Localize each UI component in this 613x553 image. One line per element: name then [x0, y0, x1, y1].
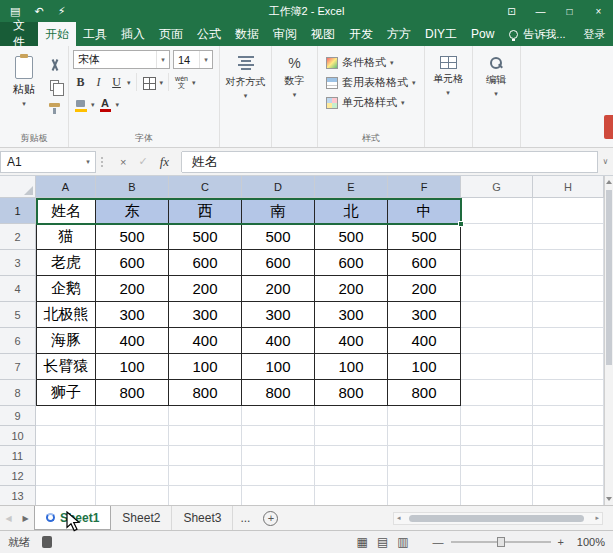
cell-B9[interactable]: [96, 406, 169, 426]
cell-C7[interactable]: 100: [169, 354, 242, 380]
column-header-C[interactable]: C: [169, 176, 242, 198]
row-header-3[interactable]: 3: [0, 250, 36, 276]
cell-C4[interactable]: 200: [169, 276, 242, 302]
view-page-layout-icon[interactable]: ▤: [377, 535, 388, 549]
cell-E11[interactable]: [315, 446, 388, 466]
cell-H13[interactable]: [533, 486, 604, 505]
phonetic-guide-button[interactable]: wén 文: [174, 74, 189, 91]
cell-A12[interactable]: [36, 466, 96, 486]
cell-C13[interactable]: [169, 486, 242, 505]
row-header-5[interactable]: 5: [0, 302, 36, 328]
underline-button[interactable]: U: [109, 74, 124, 91]
row-header-11[interactable]: 11: [0, 446, 36, 466]
cell-D10[interactable]: [242, 426, 315, 446]
cell-E1[interactable]: 北: [315, 198, 388, 224]
cell-G3[interactable]: [461, 250, 533, 276]
column-header-B[interactable]: B: [96, 176, 169, 198]
cell-A11[interactable]: [36, 446, 96, 466]
zoom-in-button[interactable]: +: [558, 536, 564, 548]
cell-B12[interactable]: [96, 466, 169, 486]
ribbon-tab-视图[interactable]: 视图: [304, 22, 342, 46]
ribbon-tab-开发[interactable]: 开发: [342, 22, 380, 46]
font-name-combo[interactable]: 宋体 ▾: [73, 50, 170, 69]
sign-in-button[interactable]: 登录: [574, 22, 613, 46]
cell-D13[interactable]: [242, 486, 315, 505]
hscroll-right-icon[interactable]: ▸: [595, 514, 599, 522]
file-tab[interactable]: 文件: [0, 22, 38, 46]
ribbon-tab-页面[interactable]: 页面: [152, 22, 190, 46]
cell-B6[interactable]: 400: [96, 328, 169, 354]
borders-dropdown-icon[interactable]: ▾: [160, 79, 164, 86]
cell-G7[interactable]: [461, 354, 533, 380]
paste-dropdown-icon[interactable]: ▾: [22, 100, 26, 107]
fill-color-dropdown-icon[interactable]: ▾: [91, 101, 95, 108]
enter-button-formula[interactable]: ✓: [138, 155, 147, 168]
sheet-prev-icon[interactable]: ◀: [0, 506, 17, 530]
font-color-dropdown-icon[interactable]: ▾: [116, 101, 120, 108]
alignment-group-button[interactable]: 对齐方式 ▾: [220, 46, 272, 147]
cell-H8[interactable]: [533, 380, 604, 406]
cell-E2[interactable]: 500: [315, 224, 388, 250]
cell-F2[interactable]: 500: [388, 224, 461, 250]
cell-H4[interactable]: [533, 276, 604, 302]
cell-B7[interactable]: 100: [96, 354, 169, 380]
row-header-13[interactable]: 13: [0, 486, 36, 505]
cell-F13[interactable]: [388, 486, 461, 505]
horizontal-scrollbar[interactable]: ◂ ▸: [393, 512, 603, 525]
row-header-12[interactable]: 12: [0, 466, 36, 486]
cell-A1[interactable]: 姓名: [36, 198, 96, 224]
row-header-1[interactable]: 1: [0, 198, 36, 224]
cell-E12[interactable]: [315, 466, 388, 486]
ribbon-tab-DIY工[interactable]: DIY工: [418, 22, 464, 46]
sheet-next-icon[interactable]: ▶: [17, 506, 34, 530]
cell-F1[interactable]: 中: [388, 198, 461, 224]
cell-G10[interactable]: [461, 426, 533, 446]
zoom-out-button[interactable]: —: [433, 536, 444, 548]
cell-G1[interactable]: [461, 198, 533, 224]
hscroll-left-icon[interactable]: ◂: [397, 514, 401, 522]
fill-color-button[interactable]: [73, 96, 88, 113]
column-header-E[interactable]: E: [315, 176, 388, 198]
cell-C12[interactable]: [169, 466, 242, 486]
cell-A2[interactable]: 猫: [36, 224, 96, 250]
font-size-dropdown-icon[interactable]: ▾: [199, 51, 212, 68]
cell-F5[interactable]: 300: [388, 302, 461, 328]
cell-H9[interactable]: [533, 406, 604, 426]
cell-H1[interactable]: [533, 198, 604, 224]
cell-F3[interactable]: 600: [388, 250, 461, 276]
cell-D1[interactable]: 南: [242, 198, 315, 224]
name-box[interactable]: A1 ▾: [0, 151, 96, 173]
ribbon-tab-审阅[interactable]: 审阅: [266, 22, 304, 46]
formula-input[interactable]: 姓名: [182, 151, 598, 173]
cell-B3[interactable]: 600: [96, 250, 169, 276]
column-header-D[interactable]: D: [242, 176, 315, 198]
insert-function-button[interactable]: fx: [160, 154, 169, 170]
cell-F11[interactable]: [388, 446, 461, 466]
cell-D5[interactable]: 300: [242, 302, 315, 328]
row-header-10[interactable]: 10: [0, 426, 36, 446]
select-all-corner[interactable]: [0, 176, 36, 198]
add-sheet-button[interactable]: +: [263, 511, 278, 526]
cell-F4[interactable]: 200: [388, 276, 461, 302]
cells-group-button[interactable]: 单元格 ▾: [425, 46, 473, 147]
sheet-tab-Sheet3[interactable]: Sheet3: [172, 506, 233, 530]
cell-F8[interactable]: 800: [388, 380, 461, 406]
cell-B11[interactable]: [96, 446, 169, 466]
maximize-button[interactable]: □: [555, 0, 584, 22]
ribbon-display-options-button[interactable]: ⊡: [497, 0, 526, 22]
zoom-level[interactable]: 100%: [571, 536, 605, 548]
row-header-2[interactable]: 2: [0, 224, 36, 250]
cell-E7[interactable]: 100: [315, 354, 388, 380]
cell-E13[interactable]: [315, 486, 388, 505]
cell-G4[interactable]: [461, 276, 533, 302]
cell-H5[interactable]: [533, 302, 604, 328]
font-name-dropdown-icon[interactable]: ▾: [156, 51, 169, 68]
cell-C9[interactable]: [169, 406, 242, 426]
cell-G13[interactable]: [461, 486, 533, 505]
cell-E10[interactable]: [315, 426, 388, 446]
cell-C10[interactable]: [169, 426, 242, 446]
cell-E4[interactable]: 200: [315, 276, 388, 302]
horizontal-scrollbar-thumb[interactable]: [409, 515, 584, 522]
cell-D9[interactable]: [242, 406, 315, 426]
cell-G8[interactable]: [461, 380, 533, 406]
